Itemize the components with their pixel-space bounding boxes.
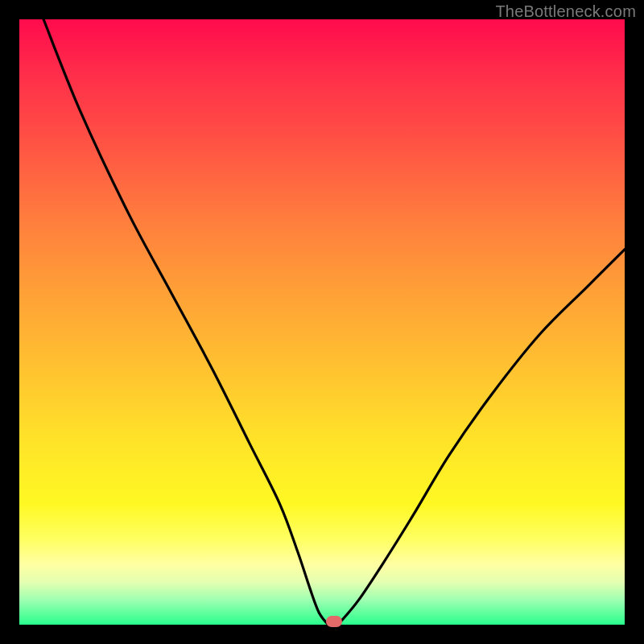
chart-frame: TheBottleneck.com: [0, 0, 644, 644]
bottleneck-curve: [19, 19, 625, 625]
watermark-text: TheBottleneck.com: [495, 2, 636, 21]
optimal-marker: [326, 616, 342, 627]
plot-area: [19, 19, 625, 625]
